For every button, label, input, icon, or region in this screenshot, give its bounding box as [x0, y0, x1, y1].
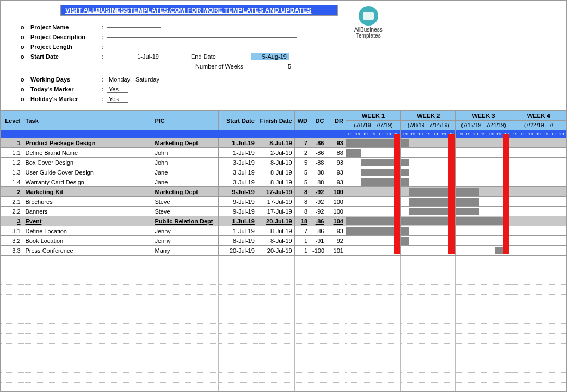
cell[interactable]: Warranty Card Design: [23, 177, 152, 187]
cell[interactable]: -88: [310, 158, 326, 167]
cell[interactable]: Public Relation Dept: [152, 216, 219, 226]
cell[interactable]: 93: [326, 226, 346, 236]
cell[interactable]: -86: [310, 138, 326, 148]
cell[interactable]: -86: [310, 148, 326, 158]
cell[interactable]: Press Conference: [23, 246, 152, 256]
cell[interactable]: 1: [1, 138, 23, 148]
cell[interactable]: -88: [310, 167, 326, 177]
cell[interactable]: 92: [326, 236, 346, 246]
cell[interactable]: 1-Jul-19: [218, 226, 257, 236]
cell[interactable]: 93: [326, 158, 346, 167]
cell[interactable]: 9-Jul-19: [218, 187, 257, 197]
cell[interactable]: 1-Jul-19: [218, 138, 257, 148]
cell[interactable]: 17-Jul-19: [257, 197, 294, 207]
cell[interactable]: 3-Jul-19: [218, 158, 257, 167]
cell[interactable]: 2: [1, 187, 23, 197]
cell[interactable]: 5: [294, 177, 310, 187]
cell[interactable]: 9-Jul-19: [218, 197, 257, 207]
cell[interactable]: 3.1: [1, 226, 23, 236]
cell[interactable]: 20-Jul-19: [257, 216, 294, 226]
field-working-days[interactable]: Monday - Saturday: [107, 76, 183, 83]
table-row[interactable]: 1Product Package DesignMarketing Dept1-J…: [1, 138, 566, 148]
cell[interactable]: 1.3: [1, 167, 23, 177]
cell[interactable]: 8-Jul-19: [257, 177, 294, 187]
cell[interactable]: 88: [326, 148, 346, 158]
cell[interactable]: 17-Jul-19: [257, 187, 294, 197]
cell[interactable]: Banners: [23, 207, 152, 216]
cell[interactable]: Jenny: [152, 226, 219, 236]
cell[interactable]: Marketing Kit: [23, 187, 152, 197]
cell[interactable]: Steve: [152, 197, 219, 207]
cell[interactable]: 100: [326, 207, 346, 216]
cell[interactable]: 93: [326, 138, 346, 148]
cell[interactable]: User Guide Cover Design: [23, 167, 152, 177]
cell[interactable]: 9-Jul-19: [218, 207, 257, 216]
cell[interactable]: 101: [326, 246, 346, 256]
cell[interactable]: 8-Jul-19: [257, 167, 294, 177]
cell[interactable]: 1: [294, 246, 310, 256]
cell[interactable]: 8-Jul-19: [257, 158, 294, 167]
table-row[interactable]: 1.2Box Cover DesignJohn3-Jul-198-Jul-195…: [1, 158, 566, 167]
cell[interactable]: 100: [326, 197, 346, 207]
table-row[interactable]: 2.2BannersSteve9-Jul-1917-Jul-198-92100: [1, 207, 566, 216]
cell[interactable]: Marketing Dept: [152, 138, 219, 148]
cell[interactable]: Jane: [152, 167, 219, 177]
cell[interactable]: 1-Jul-19: [218, 148, 257, 158]
cell[interactable]: 18: [294, 216, 310, 226]
cell[interactable]: Marketing Dept: [152, 187, 219, 197]
cell[interactable]: 93: [326, 177, 346, 187]
cell[interactable]: 20-Jul-19: [257, 246, 294, 256]
table-row[interactable]: 3.1Define LocationJenny1-Jul-198-Jul-197…: [1, 226, 566, 236]
field-holiday-marker[interactable]: Yes: [107, 96, 128, 103]
table-row[interactable]: 1.3User Guide Cover DesignJane3-Jul-198-…: [1, 167, 566, 177]
cell[interactable]: 2.1: [1, 197, 23, 207]
cell[interactable]: 5: [294, 167, 310, 177]
cell[interactable]: 3.3: [1, 246, 23, 256]
cell[interactable]: 8-Jul-19: [257, 226, 294, 236]
cell[interactable]: 8: [294, 197, 310, 207]
cell[interactable]: 3.2: [1, 236, 23, 246]
cell[interactable]: John: [152, 148, 219, 158]
cell[interactable]: Box Cover Design: [23, 158, 152, 167]
cell[interactable]: Steve: [152, 207, 219, 216]
cell[interactable]: 1.2: [1, 158, 23, 167]
cell[interactable]: Jane: [152, 177, 219, 187]
table-row[interactable]: 1.1Define Brand NameJohn1-Jul-192-Jul-19…: [1, 148, 566, 158]
cell[interactable]: 1-Jul-19: [218, 216, 257, 226]
cell[interactable]: 5: [294, 158, 310, 167]
cell[interactable]: 8: [294, 207, 310, 216]
cell[interactable]: Define Location: [23, 226, 152, 236]
table-row[interactable]: 1.4Warranty Card DesignJane3-Jul-198-Jul…: [1, 177, 566, 187]
cell[interactable]: Event: [23, 216, 152, 226]
field-project-name[interactable]: [107, 27, 161, 28]
cell[interactable]: 2.2: [1, 207, 23, 216]
cell[interactable]: 20-Jul-19: [218, 246, 257, 256]
cell[interactable]: 8: [294, 187, 310, 197]
cell[interactable]: Jenny: [152, 236, 219, 246]
cell[interactable]: John: [152, 158, 219, 167]
cell[interactable]: 8-Jul-19: [218, 236, 257, 246]
cell[interactable]: 2-Jul-19: [257, 148, 294, 158]
field-project-desc[interactable]: [107, 37, 297, 38]
cell[interactable]: Brochures: [23, 197, 152, 207]
cell[interactable]: 100: [326, 187, 346, 197]
cell[interactable]: 104: [326, 216, 346, 226]
cell[interactable]: -91: [310, 236, 326, 246]
cell[interactable]: 7: [294, 138, 310, 148]
cell[interactable]: -86: [310, 216, 326, 226]
field-today-marker[interactable]: Yes: [107, 86, 128, 93]
cell[interactable]: 17-Jul-19: [257, 207, 294, 216]
table-row[interactable]: 3.2Book LocationJenny8-Jul-198-Jul-191-9…: [1, 236, 566, 246]
cell[interactable]: -92: [310, 187, 326, 197]
cell[interactable]: 1: [294, 236, 310, 246]
cell[interactable]: -88: [310, 177, 326, 187]
cell[interactable]: 2: [294, 148, 310, 158]
cell[interactable]: -100: [310, 246, 326, 256]
cell[interactable]: -92: [310, 207, 326, 216]
field-start-date[interactable]: 1-Jul-19: [107, 53, 161, 60]
field-end-date[interactable]: 5-Aug-19: [251, 53, 289, 60]
table-row[interactable]: 3.3Press ConferenceMarry20-Jul-1920-Jul-…: [1, 246, 566, 256]
cell[interactable]: Book Location: [23, 236, 152, 246]
cell[interactable]: 1.4: [1, 177, 23, 187]
cell[interactable]: 1.1: [1, 148, 23, 158]
